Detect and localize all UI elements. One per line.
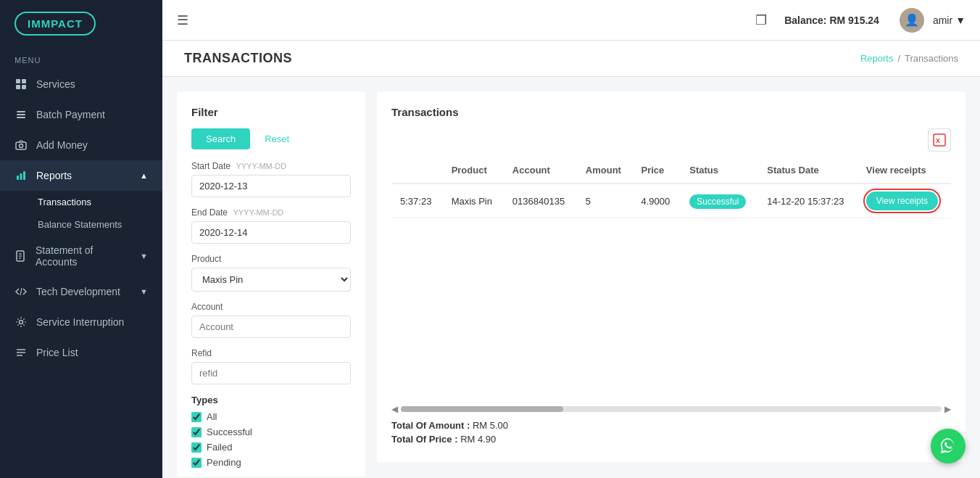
cell-price: 4.9000 — [632, 184, 681, 218]
header-balance: Balance: RM 915.24 — [784, 15, 879, 26]
scroll-left-arrow[interactable]: ◀ — [391, 404, 398, 414]
total-price-row: Total Of Price : RM 4.90 — [391, 434, 951, 445]
main-content: ☰ ❐ Balance: RM 915.24 👤 amir ▼ TRANSACT… — [162, 0, 980, 478]
transactions-table: Product Account Amount Price Status Stat… — [391, 157, 951, 218]
type-failed-label: Failed — [207, 442, 232, 453]
sidebar-item-price-list[interactable]: Price List — [0, 337, 162, 368]
cell-amount: 5 — [577, 184, 633, 218]
sidebar-item-label: Batch Payment — [36, 109, 105, 120]
start-date-group: Start Date YYYY-MM-DD — [191, 161, 351, 197]
scroll-track[interactable] — [401, 406, 942, 412]
type-successful-checkbox[interactable] — [191, 427, 202, 437]
reports-subitems: Transactions Balance Statements — [0, 191, 162, 236]
product-select[interactable]: Maxis Pin All Products — [191, 268, 351, 292]
svg-rect-2 — [16, 85, 20, 89]
list-icon — [14, 108, 28, 121]
svg-text:X: X — [936, 137, 940, 144]
user-name: amir — [933, 15, 952, 26]
breadcrumb-parent[interactable]: Reports — [860, 53, 894, 64]
sidebar-item-services[interactable]: Services — [0, 69, 162, 99]
filter-btn-row: Search Reset — [191, 128, 351, 149]
sidebar-item-batch-payment[interactable]: Batch Payment — [0, 99, 162, 130]
table-header-row: Product Account Amount Price Status Stat… — [391, 157, 951, 184]
gear-icon — [14, 316, 28, 329]
cell-receipt: View receipts — [858, 184, 951, 218]
table-row: 5:37:23 Maxis Pin 0136840135 5 4.9000 Su… — [391, 184, 951, 218]
chevron-up-icon: ▲ — [140, 171, 148, 180]
type-successful-label: Successful — [207, 427, 252, 437]
col-time — [391, 157, 443, 184]
horizontal-scrollbar: ◀ ▶ — [391, 404, 951, 414]
hamburger-icon[interactable]: ☰ — [177, 12, 188, 28]
sidebar-item-label: Statement of Accounts — [36, 244, 131, 268]
refid-label: Refid — [191, 348, 351, 358]
fullscreen-icon[interactable]: ❐ — [755, 12, 767, 28]
totals: Total Of Amount : RM 5.00 Total Of Price… — [391, 420, 951, 448]
col-product: Product — [443, 157, 504, 184]
svg-rect-1 — [22, 79, 26, 83]
search-button[interactable]: Search — [191, 128, 250, 149]
col-status-date: Status Date — [758, 157, 858, 184]
svg-rect-11 — [23, 171, 25, 180]
chevron-down-icon: ▼ — [140, 252, 148, 260]
type-pending-label: Pending — [207, 457, 241, 468]
export-excel-button[interactable]: X — [928, 128, 951, 152]
menu-label: MENU — [0, 47, 162, 69]
cell-status: Successful — [681, 184, 758, 218]
sidebar-item-tech-development[interactable]: Tech Development ▼ — [0, 276, 162, 307]
logo: IMMPACT — [0, 0, 162, 47]
user-menu[interactable]: amir ▼ — [933, 15, 966, 26]
end-date-input[interactable] — [191, 221, 351, 244]
col-view-receipts: View receipts — [858, 157, 951, 184]
view-receipts-button[interactable]: View receipts — [866, 191, 938, 210]
start-date-label: Start Date YYYY-MM-DD — [191, 161, 351, 171]
product-label: Product — [191, 254, 351, 264]
camera-icon — [14, 139, 28, 152]
page-header: TRANSACTIONS Reports / Transactions — [162, 41, 980, 77]
total-price-value: RM 4.90 — [460, 434, 496, 445]
sidebar-item-label: Price List — [36, 347, 78, 358]
types-group: Types All Successful Failed Pending — [191, 395, 351, 468]
type-failed-checkbox[interactable] — [191, 442, 202, 453]
reset-button[interactable]: Reset — [256, 128, 298, 149]
type-all-checkbox[interactable] — [191, 412, 202, 422]
account-input[interactable] — [191, 316, 351, 338]
type-pending-checkbox[interactable] — [191, 458, 202, 468]
breadcrumb: Reports / Transactions — [860, 53, 958, 64]
start-date-input[interactable] — [191, 175, 351, 197]
refid-input[interactable] — [191, 362, 351, 384]
type-failed-row: Failed — [191, 442, 351, 453]
transactions-table-wrapper: Product Account Amount Price Status Stat… — [391, 157, 951, 397]
svg-rect-3 — [22, 85, 26, 89]
filter-title: Filter — [191, 106, 351, 118]
scroll-right-arrow[interactable]: ▶ — [944, 404, 951, 414]
sidebar-item-label: Services — [36, 78, 75, 90]
account-group: Account — [191, 302, 351, 338]
sidebar-item-add-money[interactable]: Add Money — [0, 130, 162, 160]
scroll-thumb — [401, 406, 563, 412]
types-label: Types — [191, 395, 351, 405]
sidebar-item-reports[interactable]: Reports ▲ — [0, 160, 162, 191]
whatsapp-fab[interactable] — [931, 429, 966, 463]
total-amount-label: Total Of Amount : — [391, 420, 470, 431]
page-title: TRANSACTIONS — [184, 51, 292, 66]
product-group: Product Maxis Pin All Products — [191, 254, 351, 292]
sidebar-item-label: Reports — [36, 170, 72, 181]
sidebar-item-label: Tech Development — [36, 286, 120, 297]
sidebar-subitem-transactions[interactable]: Transactions — [0, 191, 162, 213]
list2-icon — [14, 346, 28, 359]
cell-account: 0136840135 — [504, 184, 577, 218]
header: ☰ ❐ Balance: RM 915.24 👤 amir ▼ — [162, 0, 980, 41]
transactions-title: Transactions — [391, 106, 951, 118]
sidebar-item-label: Service Interruption — [36, 316, 124, 328]
sidebar-item-service-interruption[interactable]: Service Interruption — [0, 307, 162, 337]
sidebar-item-statement-of-accounts[interactable]: Statement of Accounts ▼ — [0, 236, 162, 276]
avatar: 👤 — [900, 8, 924, 33]
breadcrumb-current: Transactions — [905, 53, 958, 64]
svg-rect-5 — [17, 114, 25, 115]
sidebar-subitem-balance-statements[interactable]: Balance Statements — [0, 213, 162, 236]
cell-time: 5:37:23 — [391, 184, 443, 218]
filter-panel: Filter Search Reset Start Date YYYY-MM-D… — [177, 91, 365, 477]
svg-rect-6 — [17, 117, 25, 118]
svg-rect-7 — [16, 142, 26, 149]
